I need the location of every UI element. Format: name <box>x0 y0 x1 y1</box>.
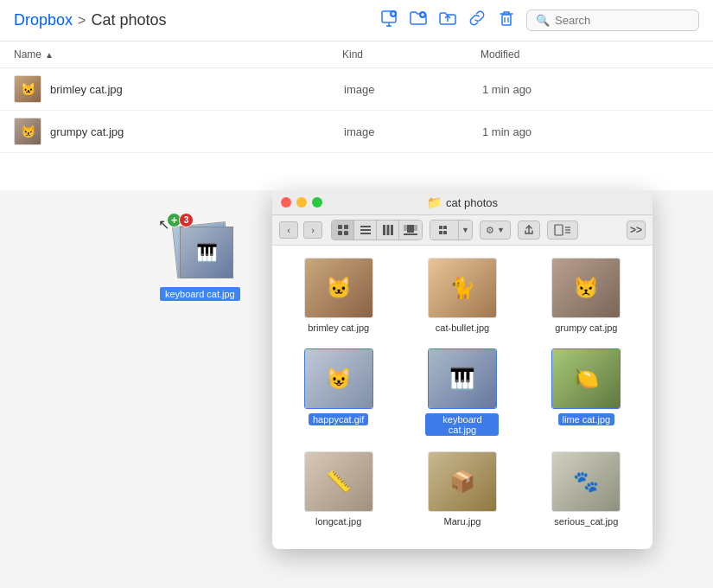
list-item[interactable]: 😺 happycat.gif <box>281 345 396 439</box>
drag-file-label: keyboard cat.jpg <box>160 287 240 301</box>
finder-window: 📁 cat photos ‹ › <box>272 190 653 549</box>
svg-rect-28 <box>443 226 447 229</box>
file-kind: image <box>344 83 482 96</box>
list-item[interactable]: 🐱 brimley cat.jpg <box>281 254 396 336</box>
table-row[interactable]: 🐱 brimley cat.jpg image 1 min ago <box>0 68 713 111</box>
svg-rect-24 <box>407 225 414 233</box>
list-item[interactable]: 📏 longcat.jpg <box>281 448 396 528</box>
finder-back-button[interactable]: ‹ <box>279 221 298 239</box>
traffic-lights <box>281 197 322 208</box>
finder-icon-view-button[interactable] <box>332 220 354 240</box>
file-modified: 1 min ago <box>482 83 532 96</box>
finder-item-thumbnail: 😺 <box>304 348 373 409</box>
svg-rect-32 <box>555 225 563 235</box>
finder-item-thumbnail: 🐾 <box>551 451 621 512</box>
bullet-thumbnail: 🐈 <box>429 259 496 317</box>
breadcrumb: Dropbox > Cat photos <box>14 11 379 29</box>
svg-rect-25 <box>413 225 417 231</box>
svg-rect-29 <box>439 231 442 234</box>
file-thumbnail: 🐱 <box>14 75 41 103</box>
drag-thumb-front: 🎹 <box>180 227 233 278</box>
finder-share-button[interactable] <box>518 220 540 240</box>
finder-item-thumbnail: 🐱 <box>304 258 373 318</box>
happycat-thumbnail: 😺 <box>305 349 372 408</box>
column-name[interactable]: Name ▲ <box>14 48 342 61</box>
file-name: brimley cat.jpg <box>50 83 344 96</box>
finder-list-view-button[interactable] <box>354 220 377 240</box>
sort-arrow-icon: ▲ <box>45 50 54 60</box>
drag-file-stack: 🎹 <box>180 227 235 282</box>
lime-thumbnail: 🍋 <box>552 349 620 408</box>
delete-icon[interactable] <box>497 9 516 32</box>
file-modified: 1 min ago <box>482 125 532 138</box>
maximize-button[interactable] <box>312 197 322 208</box>
finder-item-label: longcat.jpg <box>315 516 361 527</box>
link-icon[interactable] <box>468 9 487 32</box>
finder-item-thumbnail: 📏 <box>304 451 373 512</box>
finder-arrange-dropdown-icon[interactable]: ▼ <box>458 220 472 240</box>
list-item[interactable]: 📦 Maru.jpg <box>404 448 519 528</box>
finder-item-label: Maru.jpg <box>444 516 481 527</box>
folder-upload-icon[interactable] <box>438 9 457 32</box>
column-kind[interactable]: Kind <box>342 48 481 61</box>
svg-rect-13 <box>338 225 342 229</box>
add-to-dropbox-icon[interactable] <box>379 9 398 32</box>
toolbar-icons <box>379 9 516 32</box>
search-box[interactable]: 🔍 <box>526 10 699 31</box>
list-item[interactable]: 🍋 lime cat.jpg <box>529 345 644 439</box>
svg-rect-21 <box>386 225 389 235</box>
svg-rect-14 <box>344 225 348 229</box>
svg-rect-27 <box>439 226 442 229</box>
finder-action-button[interactable]: ⚙ ▼ <box>480 220 511 240</box>
finder-cover-view-button[interactable] <box>399 220 422 240</box>
file-name: grumpy cat.jpg <box>50 125 344 138</box>
maru-thumbnail: 📦 <box>429 452 496 511</box>
finder-arrange-button[interactable]: ▼ <box>430 220 473 240</box>
grumpy-thumb: 😾 <box>14 118 41 145</box>
finder-item-label: happycat.gif <box>309 413 368 425</box>
finder-expand-button[interactable] <box>547 220 578 240</box>
finder-title: 📁 cat photos <box>427 195 498 209</box>
finder-item-thumbnail: 🎹 <box>428 348 497 409</box>
list-item[interactable]: 😾 grumpy cat.jpg <box>529 254 644 336</box>
svg-rect-17 <box>360 226 371 227</box>
file-kind: image <box>344 125 482 138</box>
brimley-thumb: 🐱 <box>14 75 41 103</box>
column-modified[interactable]: Modified <box>481 48 519 61</box>
search-icon: 🔍 <box>536 14 550 27</box>
finder-column-view-button[interactable] <box>377 220 399 240</box>
finder-arrange-icon <box>430 220 458 240</box>
finder-item-thumbnail: 🐈 <box>428 258 497 318</box>
longcat-thumbnail: 📏 <box>305 452 372 511</box>
finder-forward-button[interactable]: › <box>303 221 322 239</box>
close-button[interactable] <box>281 197 291 208</box>
list-item[interactable]: 🐈 cat-bullet.jpg <box>404 254 519 336</box>
grumpy-thumbnail: 😾 <box>552 259 620 317</box>
svg-rect-18 <box>360 229 371 231</box>
svg-rect-15 <box>338 231 342 235</box>
search-input[interactable] <box>555 14 690 27</box>
new-folder-icon[interactable] <box>409 9 428 32</box>
finder-item-label: cat-bullet.jpg <box>436 323 489 333</box>
finder-item-label: grumpy cat.jpg <box>555 323 617 333</box>
list-item[interactable]: 🎹 keyboard cat.jpg <box>404 345 519 439</box>
finder-folder-icon: 📁 <box>427 195 442 209</box>
svg-rect-20 <box>383 225 385 235</box>
dropbox-panel: Dropbox > Cat photos <box>0 0 713 190</box>
finder-more-button[interactable]: >> <box>627 220 646 240</box>
breadcrumb-dropbox-link[interactable]: Dropbox <box>14 11 73 29</box>
finder-item-thumbnail: 😾 <box>551 258 621 318</box>
brimley-thumbnail: 🐱 <box>305 259 372 317</box>
list-item[interactable]: 🐾 serious_cat.jpg <box>529 448 644 528</box>
finder-item-label: brimley cat.jpg <box>308 323 369 333</box>
finder-item-label: lime cat.jpg <box>558 413 615 425</box>
svg-rect-22 <box>391 225 393 235</box>
finder-toolbar: ‹ › ▼ ⚙ ▼ <box>272 215 653 246</box>
finder-item-thumbnail: 📦 <box>428 451 497 512</box>
table-row[interactable]: 😾 grumpy cat.jpg image 1 min ago <box>0 111 713 153</box>
drag-count-badge: 3 <box>179 213 194 227</box>
serious-thumbnail: 🐾 <box>552 452 620 511</box>
minimize-button[interactable] <box>296 197 307 208</box>
header: Dropbox > Cat photos <box>0 0 713 42</box>
finder-more-icon: >> <box>630 224 642 236</box>
